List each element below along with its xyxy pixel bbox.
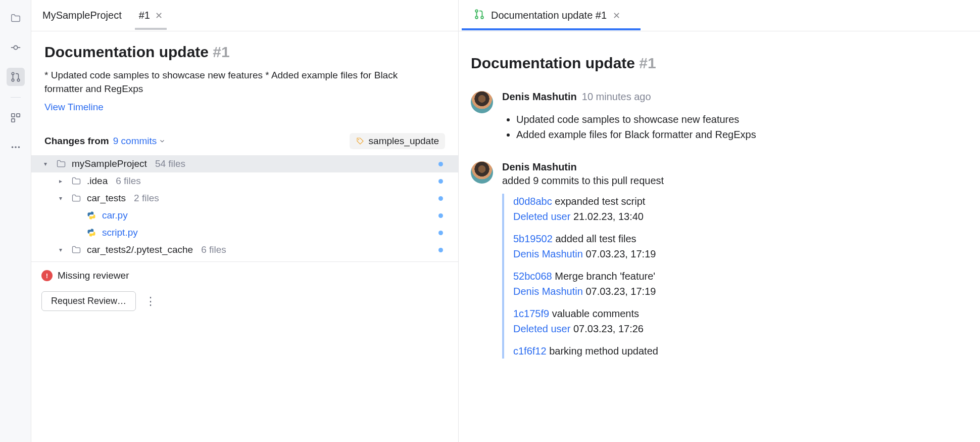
commit-hash[interactable]: 1c175f9 <box>513 308 549 319</box>
commit-author[interactable]: Denis Mashutin <box>513 248 583 259</box>
request-review-button[interactable]: Request Review… <box>41 291 136 311</box>
pr-panel: MySampleProject #1 ✕ Documentation updat… <box>31 0 459 442</box>
commit-hash[interactable]: d0d8abc <box>513 196 552 207</box>
commit-date: 07.03.23, 17:19 <box>585 248 656 259</box>
commits-dropdown[interactable]: 9 commits <box>113 136 166 147</box>
timeline-description: Updated code samples to showcase new fea… <box>502 112 968 142</box>
timeline-title: Documentation update #1 <box>471 55 968 72</box>
python-file-icon <box>86 210 97 221</box>
tag-icon <box>356 137 365 146</box>
tree-row[interactable]: car.py <box>31 207 458 224</box>
commit-message: valuable comments <box>552 308 639 319</box>
avatar <box>471 91 493 113</box>
change-dot-icon <box>438 162 443 166</box>
tree-count: 6 files <box>201 244 226 255</box>
commit-author[interactable]: Denis Mashutin <box>513 286 583 297</box>
commit-date: 07.03.23, 17:26 <box>573 323 644 334</box>
change-dot-icon <box>438 231 443 235</box>
svg-point-13 <box>475 10 478 12</box>
svg-point-11 <box>18 146 20 148</box>
commit-hash[interactable]: 5b19502 <box>513 233 553 244</box>
close-icon[interactable]: ✕ <box>613 10 620 21</box>
commit-entry: d0d8abc expanded test script Deleted use… <box>513 194 968 224</box>
chevron-down-icon[interactable]: ▾ <box>40 160 51 167</box>
commit-entry: 52bc068 Merge branch 'feature' Denis Mas… <box>513 269 968 299</box>
svg-point-9 <box>11 146 13 148</box>
bullet-item: Updated code samples to showcase new fea… <box>516 112 968 127</box>
tree-row[interactable]: ▾ car_tests 2 files <box>31 190 458 207</box>
author-name: Denis Mashutin <box>502 91 577 103</box>
changes-row: Changes from 9 commits samples_update <box>44 133 445 149</box>
tree-count: 6 files <box>116 175 141 187</box>
pull-request-icon[interactable] <box>7 68 25 86</box>
folder-icon <box>71 175 82 187</box>
breadcrumb[interactable]: MySampleProject <box>42 10 122 21</box>
commit-hash[interactable]: c1f6f12 <box>513 345 547 357</box>
chevron-down-icon[interactable]: ▾ <box>56 246 66 253</box>
author-name: Denis Mashutin <box>502 161 577 173</box>
branch-chip[interactable]: samples_update <box>350 133 445 149</box>
tree-name: .idea <box>87 175 108 187</box>
svg-point-3 <box>12 72 14 75</box>
commit-message: expanded test script <box>555 196 645 207</box>
folder-icon <box>71 193 82 204</box>
commit-date: 07.03.23, 17:19 <box>585 286 656 297</box>
commit-message: added all test files <box>555 233 636 244</box>
avatar <box>471 161 493 184</box>
tree-name: car_tests <box>87 193 126 204</box>
right-tab-bar: Documentation update #1 ✕ <box>459 0 980 31</box>
folder-icon <box>56 158 67 169</box>
svg-rect-7 <box>16 114 19 117</box>
close-icon[interactable]: ✕ <box>155 10 163 21</box>
timeline-panel: Documentation update #1 ✕ Documentation … <box>459 0 980 442</box>
change-dot-icon <box>438 248 443 252</box>
timestamp: 10 minutes ago <box>582 91 651 103</box>
tree-name: car_tests2/.pytest_cache <box>87 244 193 255</box>
tab-bar: MySampleProject #1 ✕ <box>31 0 458 31</box>
view-timeline-link[interactable]: View Timeline <box>44 102 104 113</box>
chevron-down-icon[interactable]: ▾ <box>56 195 66 202</box>
missing-reviewer-warning: ! Missing reviewer <box>41 270 448 281</box>
svg-point-15 <box>481 16 483 19</box>
warning-icon: ! <box>41 270 53 281</box>
more-actions-icon[interactable]: ⋮ <box>145 295 157 308</box>
commit-author[interactable]: Deleted user <box>513 323 570 334</box>
pr-description: * Updated code samples to showcase new f… <box>44 69 438 96</box>
tree-row[interactable]: ▾ car_tests2/.pytest_cache 6 files <box>31 241 458 258</box>
more-icon[interactable] <box>7 138 25 156</box>
tree-name[interactable]: car.py <box>102 210 128 221</box>
commit-entry: 5b19502 added all test files Denis Mashu… <box>513 231 968 261</box>
apps-icon[interactable] <box>7 109 25 127</box>
commit-message: Merge branch 'feature' <box>555 271 655 282</box>
commit-author[interactable]: Deleted user <box>513 211 570 222</box>
tree-row[interactable]: script.py <box>31 224 458 241</box>
chevron-right-icon[interactable]: ▸ <box>56 178 66 185</box>
svg-point-14 <box>475 16 478 19</box>
timeline-tab[interactable]: Documentation update #1 ✕ <box>471 1 623 30</box>
side-rail <box>0 0 31 442</box>
tree-row[interactable]: ▸ .idea 6 files <box>31 172 458 190</box>
svg-rect-6 <box>11 114 14 117</box>
tree-count: 2 files <box>134 193 159 204</box>
tree-name[interactable]: script.py <box>102 227 138 238</box>
svg-point-0 <box>14 46 17 49</box>
commit-hash[interactable]: 52bc068 <box>513 271 552 282</box>
tree-row-root[interactable]: ▾ mySampleProject 54 files <box>31 155 458 172</box>
svg-point-4 <box>12 79 14 81</box>
pr-footer: ! Missing reviewer Request Review… ⋮ <box>31 261 458 323</box>
tab-pr-1[interactable]: #1 ✕ <box>137 2 165 29</box>
svg-point-5 <box>17 79 20 81</box>
commit-date: 21.02.23, 13:40 <box>573 211 644 222</box>
svg-point-12 <box>358 139 359 140</box>
folder-icon[interactable] <box>7 9 25 27</box>
commit-icon[interactable] <box>7 38 25 57</box>
commit-list: d0d8abc expanded test script Deleted use… <box>502 194 968 359</box>
chevron-down-icon <box>159 138 166 145</box>
pr-title: Documentation update #1 <box>44 43 230 60</box>
file-tree: ▾ mySampleProject 54 files ▸ .idea 6 fil… <box>31 155 458 258</box>
timeline-subdesc: added 9 commits to this pull request <box>502 175 968 187</box>
timeline-tab-label: Documentation update #1 <box>491 10 607 21</box>
change-dot-icon <box>438 213 443 218</box>
python-file-icon <box>86 227 97 238</box>
bullet-item: Added example files for Black formatter … <box>516 127 968 142</box>
